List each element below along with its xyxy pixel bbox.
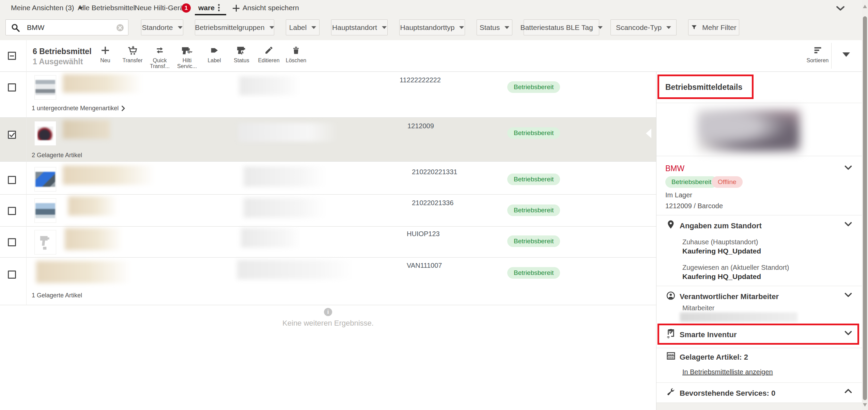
panel-title: Betriebsmitteldetails: [665, 83, 742, 92]
section-divider: [656, 348, 862, 348]
asset-name-redacted: [68, 196, 118, 216]
label-button[interactable]: Label: [201, 45, 228, 69]
services-section-header[interactable]: Bevorstehende Services: 0: [680, 389, 775, 398]
views-tabbar: Meine Ansichten (3) Alle Betriebsmittel …: [0, 0, 868, 16]
asset-name-redacted: [36, 261, 131, 283]
filter-standorte[interactable]: Standorte: [141, 19, 183, 35]
filter-status[interactable]: Status: [477, 19, 512, 35]
asset-thumbnail: [34, 121, 56, 146]
clear-search-icon[interactable]: [117, 24, 124, 31]
filter-standorte-label: Standorte: [142, 23, 173, 32]
chevron-down-icon[interactable]: [844, 293, 852, 297]
person-icon: [666, 291, 675, 300]
chevron-down-icon: [459, 26, 464, 29]
more-filter-label: Mehr Filter: [702, 23, 736, 32]
row-checkbox[interactable]: [8, 176, 16, 184]
asset-detail-redacted: [241, 228, 302, 248]
location-section-header[interactable]: Angaben zum Standort: [680, 222, 762, 230]
filter-scancode-typ[interactable]: Scancode-Typ: [610, 19, 677, 35]
scrollbar-thumb[interactable]: [863, 16, 867, 400]
row-checkbox-checked[interactable]: [8, 131, 16, 139]
filter-hauptstandorttyp[interactable]: Hauptstandorttyp: [399, 19, 465, 35]
no-more-results-text: Keine weiteren Ergebnisse.: [0, 319, 656, 328]
edit-button[interactable]: Editieren: [255, 45, 282, 69]
show-in-list-link[interactable]: In Betriebsmittelliste anzeigen: [682, 368, 773, 376]
smart-inventory-section-header[interactable]: Smarte Inventur: [680, 330, 737, 339]
chevron-down-icon[interactable]: [844, 222, 852, 227]
cart-icon: [127, 45, 138, 56]
tab-my-views-label: Meine Ansichten (3): [11, 4, 74, 12]
row-checkbox[interactable]: [8, 238, 16, 246]
table-row[interactable]: HUIOP123 Betriebsbereit: [0, 227, 656, 258]
more-filter-button[interactable]: Mehr Filter: [688, 19, 739, 35]
panel-footer-strip: [656, 403, 862, 410]
search-icon: [11, 23, 20, 32]
tab-all-assets[interactable]: Alle Betriebsmittel: [78, 0, 135, 16]
transfer-button[interactable]: Transfer: [119, 45, 146, 69]
table-row[interactable]: VAN111007 Betriebsbereit 1 Gelagerte Art…: [0, 258, 656, 305]
asset-detail-redacted: [238, 123, 339, 142]
toolbar-dropdown-caret[interactable]: [842, 52, 850, 57]
select-all-checkbox[interactable]: [8, 52, 16, 60]
section-divider: [656, 103, 862, 103]
asset-state: Im Lager: [665, 191, 692, 199]
vertical-scrollbar[interactable]: [862, 0, 868, 410]
asset-detail-redacted: [244, 166, 327, 187]
filter-label[interactable]: Label: [286, 19, 320, 35]
stored-items-label-row[interactable]: 2 Gelagerte Artikel: [32, 152, 82, 159]
table-row[interactable]: 21022021336 Betriebsbereit: [0, 195, 656, 227]
filter-betriebsmittelgruppen[interactable]: Betriebsmittelgruppen: [195, 19, 274, 35]
tab-ware[interactable]: ware: [198, 0, 215, 16]
row-checkbox[interactable]: [8, 83, 16, 92]
asset-thumbnail: [34, 75, 56, 100]
chevron-down-icon: [505, 26, 509, 29]
chevron-down-icon[interactable]: [844, 331, 852, 335]
worker-section-header[interactable]: Verantwortlicher Mitarbeiter: [680, 292, 779, 301]
tab-my-views[interactable]: Meine Ansichten (3): [11, 0, 83, 16]
scroll-down-arrow[interactable]: [863, 403, 867, 407]
status-label: Status: [234, 58, 249, 63]
new-button[interactable]: Neu: [92, 45, 119, 69]
asset-list: 11222222222 Betriebsbereit 1 untergeordn…: [0, 72, 656, 410]
header: Meine Ansichten (3) Alle Betriebsmittel …: [0, 0, 868, 40]
asset-scancode: 1212009 / Barcode: [665, 202, 723, 210]
swap-arrows-icon: [155, 45, 165, 56]
chevron-down-icon[interactable]: [844, 165, 852, 170]
row-checkbox[interactable]: [8, 207, 16, 215]
chevron-right-icon: [121, 105, 125, 111]
delete-button[interactable]: Löschen: [282, 45, 310, 69]
search-input[interactable]: [27, 20, 112, 35]
asset-name-link[interactable]: BMW: [665, 164, 684, 173]
row-checkbox[interactable]: [8, 270, 16, 279]
svg-text:0: 0: [188, 50, 190, 53]
save-view-button[interactable]: Ansicht speichern: [233, 0, 299, 16]
save-view-label: Ansicht speichern: [243, 4, 299, 12]
hilti-service-button[interactable]: 0 Hilti Servic...: [173, 45, 201, 69]
asset-photo-blurred: [697, 110, 800, 151]
table-row-selected[interactable]: 1212009 Betriebsbereit 2 Gelagerte Artik…: [0, 118, 656, 162]
table-row[interactable]: 11222222222 Betriebsbereit 1 untergeordn…: [0, 72, 656, 118]
asset-thumbnail: [34, 198, 56, 223]
subitems-link[interactable]: 1 untergeordnete Mengenartikel: [32, 105, 125, 112]
chevron-up-icon[interactable]: [844, 389, 852, 393]
stored-items-label-row[interactable]: 1 Gelagerte Artikel: [32, 292, 82, 299]
search-box: [5, 19, 128, 35]
sort-button[interactable]: Sortieren: [804, 45, 831, 64]
filter-hauptstandort[interactable]: Hauptstandort: [331, 19, 388, 35]
pencil-icon: [264, 45, 273, 56]
new-label: Neu: [100, 58, 110, 63]
filter-batteriestatus[interactable]: Batteriestatus BLE Tag: [524, 19, 599, 35]
drill-status-icon: [236, 45, 247, 56]
wrench-icon: [666, 387, 675, 396]
plus-icon: [233, 5, 239, 12]
tab-all-assets-label: Alle Betriebsmittel: [78, 4, 135, 12]
scroll-up-arrow[interactable]: [863, 5, 867, 8]
quick-transfer-button[interactable]: Quick Transf...: [146, 45, 173, 69]
list-toolbar: 6 Betriebsmittel 1 Ausgewählt Neu Transf…: [0, 40, 868, 72]
asset-thumbnail: [34, 167, 56, 192]
worker-label: Mitarbeiter: [682, 304, 714, 312]
tabbar-collapse-chevron-icon[interactable]: [836, 6, 845, 11]
status-button[interactable]: Status: [228, 45, 255, 69]
table-row[interactable]: 210220221331 Betriebsbereit: [0, 162, 656, 195]
tab-menu-kebab-icon[interactable]: [218, 4, 220, 12]
